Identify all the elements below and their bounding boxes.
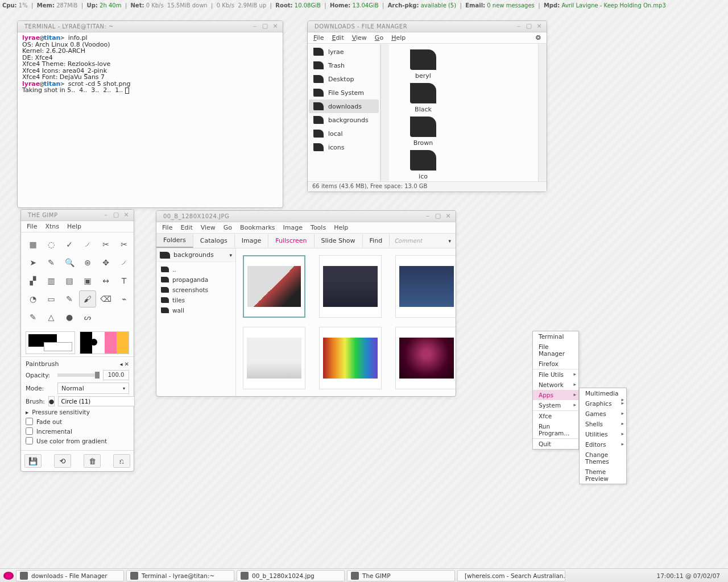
- menu-file[interactable]: File: [313, 34, 324, 41]
- gimp-tool[interactable]: T: [115, 272, 133, 289]
- gimp-tool[interactable]: ✓: [61, 236, 78, 253]
- image-viewer-window[interactable]: 00_B_1280X1024.JPG – ▢ × File Edit View …: [156, 210, 456, 397]
- gimp-tool[interactable]: ✎: [61, 290, 78, 307]
- gimp-tool[interactable]: ⌁: [115, 290, 133, 307]
- gimp-tool[interactable]: ⟋: [79, 236, 96, 253]
- gimp-tool[interactable]: ➤: [24, 254, 42, 271]
- file-icon-view[interactable]: berylBlackBrownico.bashrc.conkyrc: [389, 44, 538, 181]
- close-button[interactable]: ×: [122, 211, 130, 219]
- gimp-tool[interactable]: ◌: [43, 236, 60, 253]
- menu-item-terminal[interactable]: Terminal: [533, 331, 578, 342]
- submenu-item-games[interactable]: Games▸: [580, 409, 626, 419]
- task-item[interactable]: downloads - File Manager: [16, 570, 124, 581]
- gimp-window[interactable]: THE GIMP – ▢ × File Xtns Help ▦◌✓⟋✂✂➤✎🔍⊛…: [20, 209, 134, 472]
- opacity-slider[interactable]: [57, 373, 100, 377]
- menu-help[interactable]: Help: [67, 223, 81, 230]
- maximize-button[interactable]: ▢: [261, 23, 269, 31]
- submenu-item-theme-preview[interactable]: Theme Preview: [580, 467, 626, 484]
- task-item[interactable]: [whereis.com - Search Australian...: [457, 570, 565, 581]
- menu-item-quit[interactable]: Quit: [533, 438, 578, 449]
- gimp-tool[interactable]: ✂: [115, 236, 133, 253]
- gimp-tool[interactable]: ▤: [61, 272, 78, 289]
- close-button[interactable]: ×: [271, 23, 279, 31]
- gimp-titlebar[interactable]: THE GIMP – ▢ ×: [21, 210, 134, 221]
- menu-help[interactable]: Help: [391, 34, 406, 41]
- tab-slideshow[interactable]: Slide Show: [315, 234, 363, 247]
- opacity-input[interactable]: 100.0: [103, 370, 129, 380]
- thumbnail[interactable]: [319, 327, 382, 389]
- gimp-tool[interactable]: △: [43, 309, 60, 326]
- task-item[interactable]: 00_b_1280x1024.jpg: [237, 570, 345, 581]
- pattern-swatches[interactable]: [80, 331, 129, 354]
- close-button[interactable]: ×: [444, 213, 452, 221]
- tab-image[interactable]: Image: [235, 234, 268, 247]
- gimp-tool[interactable]: ▞: [24, 272, 42, 289]
- gimp-tool[interactable]: ✎: [43, 254, 60, 271]
- brush-input[interactable]: [58, 396, 135, 406]
- maximize-button[interactable]: ▢: [434, 213, 442, 221]
- fm-titlebar[interactable]: DOWNLOADS - FILE MANAGER – ▢ ×: [308, 21, 547, 32]
- apps-submenu[interactable]: Multimedia▸Graphics▸Games▸Shells▸Utiliti…: [579, 388, 627, 484]
- thumbnail[interactable]: [243, 327, 305, 389]
- dir-item[interactable]: screenshots: [159, 285, 233, 295]
- menu-item-apps[interactable]: Apps▸: [533, 390, 578, 400]
- gimp-tool[interactable]: 🔍: [61, 254, 78, 271]
- place-item-file-system[interactable]: File System: [309, 86, 379, 99]
- submenu-item-utilities[interactable]: Utilities▸: [580, 429, 626, 439]
- minimize-button[interactable]: –: [102, 211, 110, 219]
- place-item-desktop[interactable]: Desktop: [309, 72, 379, 86]
- fadeout-checkbox[interactable]: [26, 418, 33, 425]
- file-item[interactable]: Black: [400, 83, 446, 113]
- menu-help[interactable]: Help: [334, 224, 348, 231]
- menu-xtns[interactable]: Xtns: [45, 223, 59, 230]
- menu-tools[interactable]: Tools: [311, 224, 326, 231]
- dropdown-arrow-icon[interactable]: ▾: [444, 238, 456, 244]
- gimp-tool[interactable]: ✂: [97, 236, 114, 253]
- gimp-tool[interactable]: ▥: [43, 272, 60, 289]
- menu-image[interactable]: Image: [283, 224, 303, 231]
- mode-dropdown[interactable]: Normal▾: [57, 383, 129, 394]
- menu-file[interactable]: File: [162, 224, 172, 231]
- menu-item-file-utils[interactable]: File Utils▸: [533, 369, 578, 380]
- files-scrollbar[interactable]: [538, 44, 547, 181]
- submenu-item-graphics[interactable]: Graphics▸: [580, 398, 626, 409]
- iv-titlebar[interactable]: 00_B_1280X1024.JPG – ▢ ×: [156, 211, 456, 222]
- gimp-tool[interactable]: 🖌: [79, 290, 96, 307]
- menu-edit[interactable]: Edit: [180, 224, 192, 231]
- minimize-button[interactable]: –: [424, 213, 432, 221]
- menu-view[interactable]: View: [201, 224, 216, 231]
- place-item-icons[interactable]: icons: [309, 140, 379, 154]
- tab-catalogs[interactable]: Catalogs: [193, 234, 235, 247]
- file-item[interactable]: beryl: [400, 49, 446, 80]
- places-sidebar[interactable]: lyraeTrashDesktopFile Systemdownloadsbac…: [308, 44, 380, 181]
- menu-edit[interactable]: Edit: [332, 34, 344, 41]
- places-scrollbar[interactable]: [380, 44, 389, 181]
- desktop-context-menu[interactable]: TerminalFile ManagerFirefoxFile Utils▸Ne…: [532, 331, 579, 450]
- menu-item-run-program-[interactable]: Run Program...: [533, 421, 578, 438]
- gimp-tool[interactable]: ✎: [24, 309, 42, 326]
- thumbnail[interactable]: [243, 255, 305, 318]
- file-item[interactable]: Brown: [400, 117, 446, 147]
- place-item-local[interactable]: local: [309, 127, 379, 140]
- menu-item-xfce[interactable]: Xfce: [533, 410, 578, 421]
- minimize-button[interactable]: –: [515, 23, 523, 31]
- gimp-tool[interactable]: ᔕ: [79, 309, 96, 326]
- gimp-tool[interactable]: ↔: [97, 272, 114, 289]
- submenu-item-editors[interactable]: Editors▸: [580, 439, 626, 450]
- menu-item-network[interactable]: Network▸: [533, 380, 578, 390]
- menu-item-file-manager[interactable]: File Manager: [533, 342, 578, 359]
- submenu-item-multimedia[interactable]: Multimedia▸: [580, 388, 626, 398]
- submenu-item-change-themes[interactable]: Change Themes: [580, 450, 626, 467]
- dir-item[interactable]: ..: [159, 264, 233, 275]
- thumbnail-grid[interactable]: [236, 248, 456, 396]
- task-item[interactable]: The GIMP: [347, 570, 455, 581]
- menu-go[interactable]: Go: [224, 224, 232, 231]
- thumbnail[interactable]: [395, 255, 456, 318]
- tab-fullscreen[interactable]: Fullscreen: [268, 234, 314, 247]
- tab-find[interactable]: Find: [363, 234, 390, 247]
- dir-item[interactable]: tiles: [159, 295, 233, 305]
- file-manager-window[interactable]: DOWNLOADS - FILE MANAGER – ▢ × File Edit…: [307, 20, 547, 192]
- menu-file[interactable]: File: [27, 223, 37, 230]
- thumbnail[interactable]: [395, 327, 456, 389]
- menu-item-system[interactable]: System▸: [533, 400, 578, 410]
